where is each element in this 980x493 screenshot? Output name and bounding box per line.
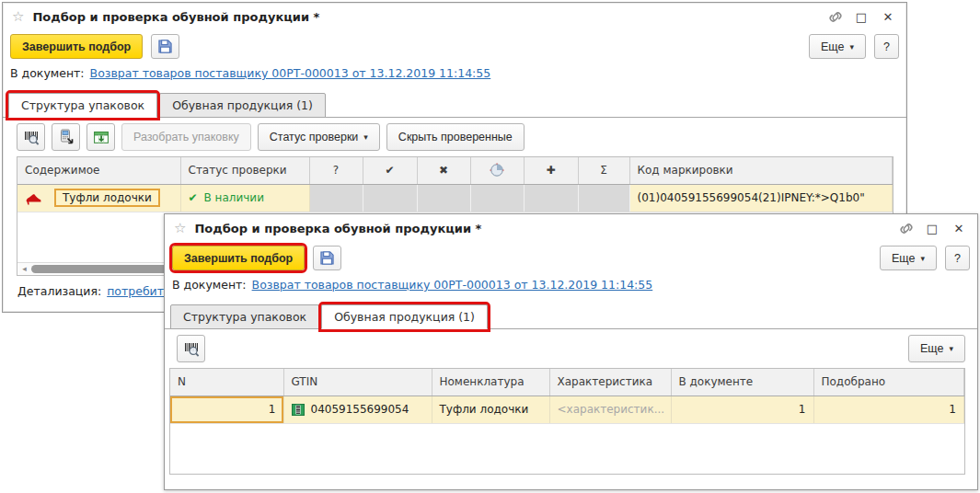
chevron-down-icon: ▾ <box>363 132 368 142</box>
header-row: Содержимое Статус проверки ? ✔ ✖ <box>17 157 893 184</box>
tab-footwear-products[interactable]: Обувная продукция (1) <box>159 93 326 118</box>
maximize-button[interactable]: □ <box>852 11 870 23</box>
tab-footwear-products[interactable]: Обувная продукция (1) <box>321 304 488 329</box>
floppy-icon <box>157 39 173 54</box>
more-button[interactable]: Еще ▾ <box>809 34 866 59</box>
column-header-plus-icon[interactable]: ✚ <box>524 157 578 184</box>
empty-cell[interactable] <box>309 184 363 212</box>
table-import-icon <box>93 130 110 145</box>
selected-product-cell[interactable]: Туфли лодочки <box>54 189 160 207</box>
footwear-products-table: N GTIN Номенклатура Характеристика В док… <box>169 368 965 475</box>
characteristic-cell[interactable]: <характеристик... <box>549 396 671 423</box>
table-row[interactable]: 1 <box>170 396 964 423</box>
get-link-icon[interactable] <box>898 222 915 235</box>
marking-code-cell[interactable]: (01)04059155699054(21)IPNEY:*>Q1b0" <box>629 184 893 212</box>
column-header-gtin[interactable]: GTIN <box>283 369 432 396</box>
empty-cell[interactable] <box>417 184 470 212</box>
detail-label: Детализация: <box>17 284 101 298</box>
save-button[interactable] <box>151 34 179 59</box>
get-link-icon[interactable] <box>827 10 844 24</box>
load-into-table-button[interactable] <box>86 123 115 151</box>
check-status-label: Статус проверки <box>270 131 359 143</box>
table-row[interactable]: Туфли лодочки ✔ В наличии <box>17 184 893 212</box>
check-status-button[interactable]: Статус проверки ▾ <box>258 123 380 151</box>
window-pick-check-front: ☆ Подбор и проверка обувной продукции * … <box>164 213 978 490</box>
data-terminal-icon <box>58 129 75 145</box>
header-row: N GTIN Номенклатура Характеристика В док… <box>170 369 964 396</box>
titlebar: ☆ Подбор и проверка обувной продукции * … <box>3 3 906 30</box>
tab-bar: Структура упаковок Обувная продукция (1) <box>165 304 977 328</box>
save-button[interactable] <box>313 246 341 270</box>
column-header-marking-code[interactable]: Код маркировки <box>629 157 893 184</box>
chevron-down-icon: ▾ <box>949 344 953 353</box>
table-toolbar: Еще ▾ <box>169 335 965 362</box>
column-header-check-icon[interactable]: ✔ <box>363 157 417 184</box>
gtin-barcode-icon <box>292 404 305 416</box>
tab-packing-structure[interactable]: Структура упаковок <box>170 304 319 329</box>
content-cell[interactable]: Туфли лодочки <box>17 184 180 212</box>
scan-barcode-button[interactable] <box>17 123 45 151</box>
scan-barcode-button[interactable] <box>177 335 205 362</box>
close-button[interactable]: ✕ <box>950 223 968 235</box>
scroll-left-icon[interactable]: ◂ <box>17 265 31 273</box>
status-cell[interactable]: ✔ В наличии <box>180 184 309 212</box>
check-icon: ✔ <box>189 191 198 204</box>
column-header-status[interactable]: Статус проверки <box>180 157 309 184</box>
row-number-cell[interactable]: 1 <box>170 396 283 423</box>
document-link[interactable]: Возврат товаров поставщику 00РТ-000013 о… <box>252 278 653 292</box>
empty-cell[interactable] <box>470 184 524 212</box>
column-header-unknown[interactable]: ? <box>309 157 363 184</box>
empty-cell[interactable] <box>363 184 417 212</box>
window-title: Подбор и проверка обувной продукции * <box>194 222 481 235</box>
column-header-picked[interactable]: Подобрано <box>813 369 964 396</box>
hide-checked-button[interactable]: Скрыть проверенные <box>386 123 525 151</box>
data-terminal-button[interactable] <box>52 123 80 151</box>
tab-panel-footwear-products: Еще ▾ N GTIN Номенклатура Хар <box>165 328 977 475</box>
maximize-button[interactable]: □ <box>923 223 941 235</box>
finish-selection-button[interactable]: Завершить подбор <box>172 246 305 270</box>
tab-packing-structure[interactable]: Структура упаковок <box>8 93 157 118</box>
more-button-label: Еще <box>920 342 943 355</box>
document-link[interactable]: Возврат товаров поставщику 00РТ-000013 о… <box>90 66 491 80</box>
column-header-n[interactable]: N <box>170 369 283 396</box>
tab-bar: Структура упаковок Обувная продукция (1) <box>3 93 906 117</box>
column-header-nomenclature[interactable]: Номенклатура <box>432 369 549 396</box>
command-bar: Завершить подбор Еще ▾ ? <box>165 242 977 276</box>
close-button[interactable]: ✕ <box>879 11 897 23</box>
unpack-button[interactable]: Разобрать упаковку <box>121 123 251 151</box>
barcode-scan-icon <box>23 129 40 145</box>
gtin-cell[interactable]: 04059155699054 <box>283 396 432 423</box>
table-toolbar: Разобрать упаковку Статус проверки ▾ Скр… <box>17 123 894 151</box>
nomenclature-cell[interactable]: Туфли лодочки <box>432 396 549 423</box>
in-document-cell[interactable]: 1 <box>671 396 813 423</box>
clock-pie-icon <box>490 163 504 178</box>
favorite-star-icon[interactable]: ☆ <box>12 10 24 24</box>
help-button[interactable]: ? <box>945 246 970 270</box>
titlebar: ☆ Подбор и проверка обувной продукции * … <box>165 214 977 242</box>
column-header-in-document[interactable]: В документе <box>671 369 813 396</box>
picked-cell[interactable]: 1 <box>813 396 964 423</box>
more-button-label: Еще <box>892 252 915 265</box>
column-header-cross-icon[interactable]: ✖ <box>417 157 470 184</box>
column-header-characteristic[interactable]: Характеристика <box>549 369 671 396</box>
chevron-down-icon: ▾ <box>849 42 854 52</box>
favorite-star-icon[interactable]: ☆ <box>174 222 186 235</box>
column-header-sum[interactable]: Σ <box>578 157 629 184</box>
document-label: В документ: <box>10 66 85 80</box>
more-button[interactable]: Еще ▾ <box>908 335 965 362</box>
barcode-scan-icon <box>183 340 200 357</box>
document-row: В документ: Возврат товаров поставщику 0… <box>3 64 906 84</box>
more-button[interactable]: Еще ▾ <box>880 246 937 270</box>
window-title: Подбор и проверка обувной продукции * <box>32 10 319 24</box>
command-bar: Завершить подбор Еще ▾ ? <box>3 30 906 64</box>
empty-cell[interactable] <box>578 184 629 212</box>
column-header-content[interactable]: Содержимое <box>17 157 180 184</box>
finish-selection-button[interactable]: Завершить подбор <box>10 34 143 59</box>
desktop: ☆ Подбор и проверка обувной продукции * … <box>0 0 980 493</box>
document-label: В документ: <box>172 278 247 292</box>
empty-cell[interactable] <box>524 184 578 212</box>
column-header-pending-icon[interactable] <box>470 157 524 184</box>
help-button[interactable]: ? <box>874 34 899 59</box>
chevron-down-icon: ▾ <box>920 254 925 263</box>
floppy-icon <box>319 250 335 266</box>
